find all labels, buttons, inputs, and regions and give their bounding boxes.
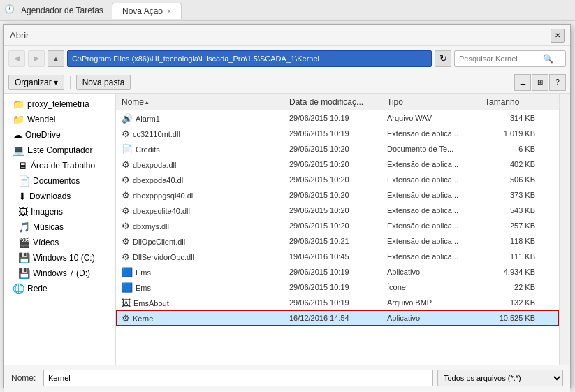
- col-header-type[interactable]: Tipo: [384, 97, 482, 107]
- file-type-icon: ⚙: [122, 313, 130, 324]
- back-button[interactable]: ◀: [8, 50, 25, 67]
- sidebar-item-label: Documentos: [33, 176, 80, 186]
- folder-icon: 📁: [13, 99, 24, 110]
- sidebar-item-computer[interactable]: 💻 Este Computador: [4, 143, 115, 158]
- bottom-area: Nome: Todos os arquivos (*.*) Abrir Canc…: [4, 365, 570, 392]
- col-header-size[interactable]: Tamanho: [482, 97, 538, 107]
- table-row[interactable]: ⚙dbexpoda40.dll 29/06/2015 10:20 Extensã…: [116, 172, 559, 187]
- table-row[interactable]: 🖼EmsAbout 29/06/2015 10:19 Arquivo BMP 1…: [116, 295, 559, 310]
- search-box[interactable]: 🔍: [454, 50, 566, 67]
- up-button[interactable]: ▲: [48, 50, 64, 67]
- file-name-cell: ⚙DllServidorOpc.dll: [119, 252, 286, 262]
- new-folder-label: Nova pasta: [82, 78, 125, 87]
- refresh-button[interactable]: ↻: [435, 50, 451, 67]
- table-row[interactable]: ⚙DllOpcClient.dll 29/06/2015 10:21 Exten…: [116, 233, 559, 249]
- file-date-cell: 29/06/2015 10:20: [286, 222, 384, 230]
- file-type-icon: 🟦: [122, 282, 133, 293]
- table-row[interactable]: ⚙dbexpoda.dll 29/06/2015 10:20 Extensão …: [116, 157, 559, 172]
- file-list: 🔊Alarm1 29/06/2015 10:19 Arquivo WAV 314…: [116, 110, 559, 326]
- search-icon: 🔍: [543, 54, 553, 64]
- scrollbar[interactable]: [559, 94, 570, 365]
- file-size-cell: 111 KB: [482, 252, 538, 261]
- sidebar-item-label: Wendel: [27, 115, 55, 124]
- file-size-cell: 314 KB: [482, 114, 538, 122]
- sidebar-item-label: proxy_telemetria: [27, 99, 89, 109]
- music-icon: 🎵: [18, 222, 30, 233]
- sidebar-item-network[interactable]: 🌐 Rede: [4, 281, 115, 296]
- file-type-cell: Extensão de aplica...: [384, 222, 482, 230]
- view-tile-button[interactable]: ⊞: [532, 74, 548, 91]
- address-bar: ◀ ▶ ▲ C:\Program Files (x86)\HI_tecnolog…: [4, 46, 570, 71]
- network-icon: 🌐: [13, 283, 24, 294]
- taskbar-title: Agendador de Tarefas: [21, 6, 103, 15]
- dialog-close-button[interactable]: ✕: [551, 29, 565, 43]
- table-row[interactable]: 🟦Ems 29/06/2015 10:19 Aplicativo 4.934 K…: [116, 264, 559, 280]
- sidebar-item-wendel[interactable]: 📁 Wendel: [4, 112, 115, 127]
- drive-icon: 💾: [18, 252, 30, 263]
- videos-icon: 🎬: [18, 237, 30, 248]
- file-name-cell: ⚙dbxmys.dll: [119, 221, 286, 231]
- computer-icon: 💻: [13, 145, 24, 156]
- table-row[interactable]: 📄Credits 29/06/2015 10:20 Documento de T…: [116, 141, 559, 157]
- sidebar-item-windows10[interactable]: 💾 Windows 10 (C:): [4, 250, 115, 266]
- sidebar-item-desktop[interactable]: 🖥 Área de Trabalho: [4, 158, 115, 173]
- file-date-cell: 29/06/2015 10:20: [286, 160, 384, 168]
- table-row[interactable]: ⚙Kernel 16/12/2016 14:54 Aplicativo 10.5…: [116, 310, 559, 326]
- file-size-cell: 6 KB: [482, 145, 538, 153]
- file-date-cell: 29/06/2015 10:19: [286, 268, 384, 276]
- sidebar-item-label: Rede: [27, 284, 48, 293]
- sidebar-item-windows7[interactable]: 💾 Windows 7 (D:): [4, 266, 115, 281]
- file-list-area: Nome ▴ Data de modificaç... Tipo Tamanho: [116, 94, 559, 365]
- organize-arrow: ▾: [54, 78, 58, 87]
- tab-label: Nova Ação: [122, 6, 163, 16]
- filetype-select[interactable]: Todos os arquivos (*.*): [437, 370, 563, 386]
- help-button[interactable]: ?: [549, 74, 566, 91]
- sidebar-item-label: Este Computador: [27, 145, 92, 155]
- col-header-date[interactable]: Data de modificaç...: [286, 97, 384, 107]
- sidebar-item-documents[interactable]: 📄 Documentos: [4, 173, 115, 189]
- view-detail-button[interactable]: ☰: [514, 74, 531, 91]
- col-header-name[interactable]: Nome ▴: [119, 97, 286, 107]
- file-date-cell: 29/06/2015 10:19: [286, 283, 384, 291]
- dialog-title: Abrir: [10, 30, 29, 41]
- search-input[interactable]: [459, 55, 543, 63]
- dialog-titlebar: Abrir ✕: [4, 25, 570, 46]
- organize-button[interactable]: Organizar ▾: [8, 75, 64, 90]
- address-path[interactable]: C:\Program Files (x86)\HI_tecnologia\HIs…: [67, 50, 432, 67]
- sidebar-item-images[interactable]: 🖼 Imagens: [4, 204, 115, 219]
- file-type-cell: Ícone: [384, 283, 482, 291]
- table-row[interactable]: ⚙dbexpppgsql40.dll 29/06/2015 10:20 Exte…: [116, 187, 559, 203]
- table-row[interactable]: ⚙DllServidorOpc.dll 19/04/2016 10:45 Ext…: [116, 249, 559, 264]
- file-type-icon: 🖼: [122, 298, 131, 308]
- sidebar-item-proxy[interactable]: 📁 proxy_telemetria: [4, 96, 115, 112]
- file-type-cell: Extensão de aplica...: [384, 129, 482, 138]
- forward-button[interactable]: ▶: [28, 50, 45, 67]
- file-type-cell: Extensão de aplica...: [384, 175, 482, 184]
- sidebar-item-downloads[interactable]: ⬇ Downloads: [4, 189, 115, 204]
- sidebar-item-onedrive[interactable]: ☁ OneDrive: [4, 127, 115, 143]
- sidebar-item-label: Windows 10 (C:): [33, 253, 95, 263]
- downloads-icon: ⬇: [18, 191, 27, 202]
- file-type-icon: ⚙: [122, 159, 130, 170]
- filename-input[interactable]: [43, 370, 433, 386]
- file-date-cell: 29/06/2015 10:21: [286, 237, 384, 245]
- table-row[interactable]: ⚙dbxmys.dll 29/06/2015 10:20 Extensão de…: [116, 218, 559, 233]
- sidebar: 📁 proxy_telemetria 📁 Wendel ☁ OneDrive 💻…: [4, 94, 116, 365]
- sidebar-item-music[interactable]: 🎵 Músicas: [4, 219, 115, 235]
- table-row[interactable]: 🔊Alarm1 29/06/2015 10:19 Arquivo WAV 314…: [116, 110, 559, 126]
- table-row[interactable]: ⚙dbexpsqlite40.dll 29/06/2015 10:20 Exte…: [116, 203, 559, 218]
- new-folder-button[interactable]: Nova pasta: [76, 75, 131, 90]
- nova-acao-tab[interactable]: Nova Ação ×: [112, 3, 182, 19]
- sidebar-item-label: Área de Trabalho: [31, 161, 95, 170]
- documents-icon: 📄: [18, 175, 30, 187]
- tab-close-btn[interactable]: ×: [167, 7, 171, 15]
- table-row[interactable]: 🟦Ems 29/06/2015 10:19 Ícone 22 KB: [116, 280, 559, 295]
- file-name-cell: ⚙DllOpcClient.dll: [119, 236, 286, 247]
- file-name-cell: ⚙cc32110mt.dll: [119, 129, 286, 139]
- sidebar-item-label: Imagens: [31, 207, 63, 217]
- sidebar-item-videos[interactable]: 🎬 Vídeos: [4, 235, 115, 250]
- table-row[interactable]: ⚙cc32110mt.dll 29/06/2015 10:19 Extensão…: [116, 126, 559, 141]
- taskbar-app-icon: 🕐: [4, 4, 17, 17]
- file-size-cell: 373 KB: [482, 191, 538, 199]
- file-name-cell: ⚙dbexpoda40.dll: [119, 175, 286, 185]
